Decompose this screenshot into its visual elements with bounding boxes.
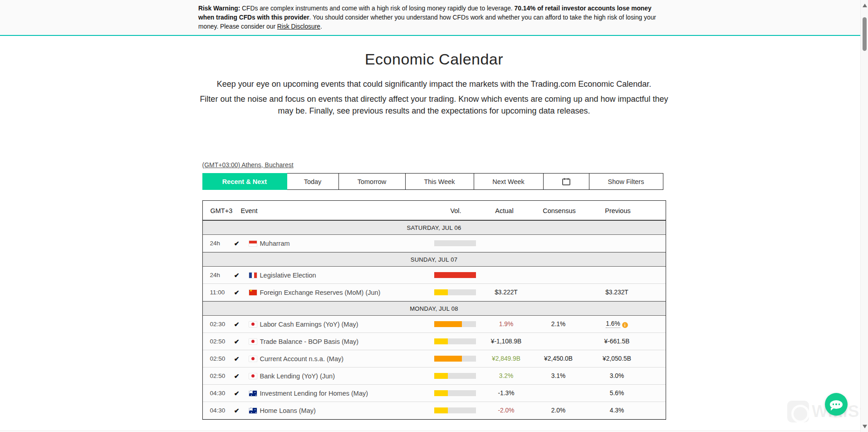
check-icon: ✔	[229, 372, 245, 380]
event-row[interactable]: 02:50✔Current Account n.s.a. (May)¥2,849…	[203, 350, 666, 367]
event-name: Labor Cash Earnings (YoY) (May)	[260, 321, 427, 328]
column-header-vol: Vol.	[450, 207, 461, 214]
calendar-range-tabs: Recent & Next Today Tomorrow This Week N…	[202, 173, 666, 190]
event-row[interactable]: 04:30✔Home Loans (May)-2.0%2.0%4.3%	[203, 402, 666, 419]
volatility-cell	[427, 356, 483, 362]
tab-show-filters[interactable]: Show Filters	[589, 173, 663, 190]
event-row[interactable]: 24h✔Muharram	[203, 235, 666, 252]
previous-value: ¥2,050.5B	[588, 355, 647, 362]
page-title: Economic Calendar	[0, 50, 868, 68]
flag-cell	[245, 273, 260, 278]
volatility-cell	[427, 390, 483, 396]
chat-button[interactable]	[825, 393, 848, 416]
flag-france-icon	[249, 273, 257, 278]
event-time: 02:30	[203, 321, 229, 328]
risk-warning-banner: Risk Warning: CFDs are complex instrumen…	[0, 0, 860, 36]
risk-warning-text-1: CFDs are complex instruments and come wi…	[240, 5, 514, 12]
scroll-up-arrow-icon[interactable]	[863, 4, 867, 7]
volatility-cell	[427, 240, 483, 246]
actual-value: $3.222T	[483, 289, 530, 296]
tab-recent-next[interactable]: Recent & Next	[202, 173, 287, 190]
volatility-bar	[434, 338, 476, 344]
tab-custom-date[interactable]	[543, 173, 589, 190]
flag-cell	[245, 356, 260, 362]
tab-next-week[interactable]: Next Week	[474, 173, 544, 190]
volatility-cell	[427, 289, 483, 295]
event-row[interactable]: 04:30✔Investment Lending for Homes (May)…	[203, 385, 666, 402]
event-name: Current Account n.s.a. (May)	[260, 355, 427, 362]
flag-australia-icon	[249, 391, 257, 396]
consensus-value: ¥2,450.0B	[530, 355, 588, 362]
event-name: Bank Lending (YoY) (Jun)	[260, 372, 427, 380]
risk-disclosure-link[interactable]: Risk Disclosure	[277, 23, 320, 30]
scrollbar-thumb[interactable]	[863, 17, 867, 51]
check-icon: ✔	[229, 240, 245, 247]
volatility-fill	[434, 356, 462, 362]
actual-value: -1.3%	[483, 390, 530, 397]
volatility-cell	[427, 338, 483, 344]
actual-value: 3.2%	[483, 372, 530, 379]
check-icon: ✔	[229, 321, 245, 328]
flag-australia-icon	[249, 408, 257, 413]
info-icon[interactable]: i	[622, 322, 628, 328]
volatility-bar	[434, 289, 476, 295]
wikistock-logo-icon	[787, 401, 809, 422]
actual-value: 1.9%	[483, 321, 530, 328]
page-subtitle-1: Keep your eye on upcoming events that co…	[198, 78, 670, 90]
day-header-row: MONDAY, JUL 08	[203, 301, 666, 316]
previous-value: 3.0%	[588, 372, 647, 379]
previous-value-text: 1.6%	[606, 320, 620, 328]
event-name: Muharram	[260, 240, 427, 247]
tab-tomorrow[interactable]: Tomorrow	[338, 173, 406, 190]
volatility-fill	[434, 390, 448, 396]
event-row[interactable]: 11:00✔Foreign Exchange Reserves (MoM) (J…	[203, 284, 666, 301]
event-name: Home Loans (May)	[260, 407, 427, 414]
vertical-scrollbar[interactable]	[860, 0, 868, 432]
flag-japan-icon	[249, 339, 257, 344]
event-time: 11:00	[203, 289, 229, 296]
volatility-bar	[434, 390, 476, 396]
flag-indonesia-icon	[249, 241, 257, 246]
event-time: 02:50	[203, 372, 229, 379]
event-time: 02:50	[203, 338, 229, 345]
check-icon: ✔	[229, 272, 245, 279]
calendar-icon	[562, 178, 570, 185]
page-bottom-divider	[0, 431, 860, 431]
flag-japan-icon	[249, 356, 257, 362]
check-icon: ✔	[229, 390, 245, 397]
economic-calendar-page: Risk Warning: CFDs are complex instrumen…	[0, 0, 868, 432]
volatility-cell	[427, 272, 483, 278]
volatility-fill	[434, 272, 476, 278]
risk-warning-label: Risk Warning:	[198, 5, 240, 12]
event-name: Trade Balance - BOP Basis (May)	[260, 338, 427, 345]
volatility-fill	[434, 289, 448, 295]
actual-value: ¥2,849.9B	[483, 355, 530, 362]
volatility-bar	[434, 356, 476, 362]
scroll-down-arrow-icon[interactable]	[863, 425, 867, 428]
actual-value: ¥-1,108.9B	[483, 338, 530, 345]
tab-this-week[interactable]: This Week	[405, 173, 474, 190]
calendar-body: SATURDAY, JUL 0624h✔MuharramSUNDAY, JUL …	[203, 220, 666, 419]
table-header-row: GMT+3 Event Vol. Actual Consensus Previo…	[203, 201, 666, 220]
previous-value: 4.3%	[588, 407, 647, 414]
event-time: 02:50	[203, 355, 229, 362]
event-time: 04:30	[203, 390, 229, 397]
event-row[interactable]: 02:50✔Trade Balance - BOP Basis (May)¥-1…	[203, 333, 666, 350]
flag-japan-icon	[249, 373, 257, 379]
timezone-link[interactable]: (GMT+03:00) Athens, Bucharest	[202, 161, 294, 169]
volatility-bar	[434, 321, 476, 327]
event-row[interactable]: 02:50✔Bank Lending (YoY) (Jun)3.2%3.1%3.…	[203, 367, 666, 385]
flag-cell	[245, 241, 260, 246]
volatility-bar	[434, 407, 476, 413]
event-time: 24h	[203, 272, 229, 278]
volatility-fill	[434, 338, 448, 344]
flag-cell	[245, 339, 260, 344]
consensus-value: 2.0%	[530, 407, 588, 414]
event-name: Legislative Election	[260, 272, 427, 279]
volatility-fill	[434, 321, 462, 327]
volatility-cell	[427, 321, 483, 327]
tab-today[interactable]: Today	[287, 173, 339, 190]
event-row[interactable]: 02:30✔Labor Cash Earnings (YoY) (May)1.9…	[203, 316, 666, 333]
column-header-time: GMT+3	[211, 207, 233, 214]
event-row[interactable]: 24h✔Legislative Election	[203, 267, 666, 284]
